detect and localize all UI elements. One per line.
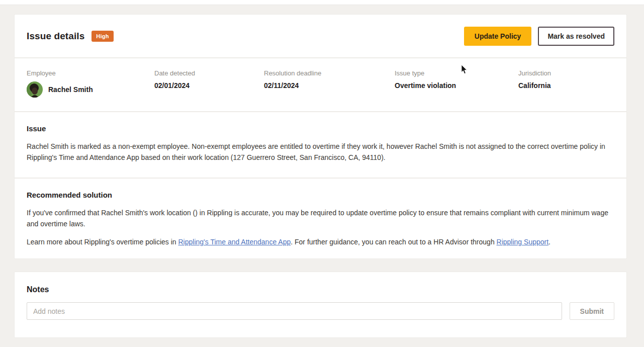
meta-label: Date detected	[154, 69, 264, 77]
meta-value: 02/01/2024	[154, 81, 264, 90]
meta-issue-type: Issue type Overtime violation	[395, 69, 518, 111]
recommendation-paragraph-1: If you've confirmed that Rachel Smith's …	[27, 207, 610, 229]
rippling-support-link[interactable]: Rippling Support	[497, 238, 549, 246]
meta-jurisdiction: Jurisdiction California	[518, 69, 551, 111]
employee-avatar	[27, 81, 43, 98]
meta-label: Jurisdiction	[518, 69, 551, 77]
recommendation-paragraph-2: Learn more about Rippling's overtime pol…	[27, 236, 610, 247]
issue-details-card: Issue details High Update Policy Mark as…	[14, 14, 627, 259]
issue-heading: Issue	[27, 124, 614, 133]
recommendation-text: .	[548, 238, 550, 246]
issue-details-header: Issue details High Update Policy Mark as…	[15, 15, 626, 58]
meta-label: Resolution deadline	[264, 69, 395, 77]
update-policy-button[interactable]: Update Policy	[464, 27, 532, 46]
recommendation-text: . For further guidance, you can reach ou…	[291, 238, 496, 246]
meta-value: 02/11/2024	[264, 81, 395, 90]
severity-badge: High	[91, 31, 113, 42]
notes-card: Notes Submit	[14, 272, 627, 338]
mark-as-resolved-button[interactable]: Mark as resolved	[538, 27, 614, 46]
top-strip	[0, 0, 644, 5]
notes-heading: Notes	[27, 285, 614, 294]
meta-value: California	[518, 81, 551, 90]
recommendation-text: Learn more about Rippling's overtime pol…	[27, 238, 178, 246]
submit-notes-button[interactable]: Submit	[570, 302, 614, 320]
add-notes-input[interactable]	[27, 302, 562, 320]
meta-label: Issue type	[395, 69, 518, 77]
time-attendance-app-link[interactable]: Rippling's Time and Attendance App	[178, 238, 291, 246]
meta-label: Employee	[27, 69, 154, 77]
meta-resolution-deadline: Resolution deadline 02/11/2024	[264, 69, 395, 111]
meta-value: Overtime violation	[395, 81, 518, 90]
recommended-solution-section: Recommended solution If you've confirmed…	[15, 179, 626, 259]
issue-meta-row: Employee Rachel Smith Date detected 02/0…	[15, 58, 626, 112]
header-actions: Update Policy Mark as resolved	[464, 27, 614, 46]
meta-employee: Employee Rachel Smith	[27, 69, 154, 111]
issue-section: Issue Rachel Smith is marked as a non-ex…	[15, 112, 626, 179]
employee-name: Rachel Smith	[48, 85, 93, 94]
recommended-solution-heading: Recommended solution	[27, 191, 614, 199]
page-title: Issue details	[27, 31, 84, 42]
issue-body: Rachel Smith is marked as a non-exempt e…	[27, 141, 610, 163]
meta-date-detected: Date detected 02/01/2024	[154, 69, 264, 111]
